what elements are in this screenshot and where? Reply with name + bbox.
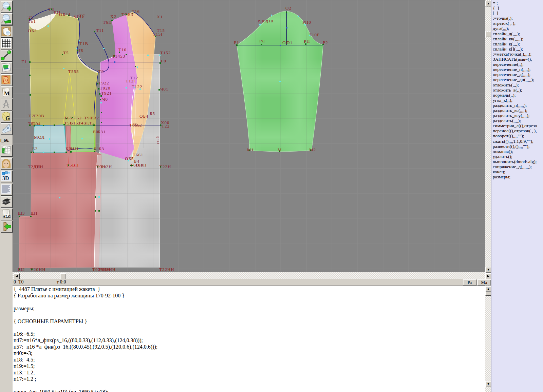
- svg-text:Х1: Х1: [157, 14, 163, 19]
- svg-text:Б5: Б5: [150, 111, 155, 116]
- svg-text:Г0: Г0: [161, 58, 166, 63]
- svg-text:Т22Н: Т22Н: [160, 164, 171, 169]
- svg-text:Т15Г: Т15Г: [153, 32, 164, 37]
- svg-text:сгиб: сгиб: [156, 136, 160, 144]
- svg-text:РЛ: РЛ: [259, 38, 265, 43]
- svg-text:Т922: Т922: [98, 80, 109, 85]
- svg-text:М2: М2: [309, 147, 316, 152]
- svg-text:3D: 3D: [2, 175, 9, 181]
- svg-text:Т5: Т5: [63, 50, 69, 55]
- svg-text:Т10Р: Т10Р: [309, 32, 320, 37]
- svg-text:Ш3: Ш3: [18, 211, 25, 216]
- svg-text:Б5Н: Б5Н: [70, 146, 78, 151]
- svg-text:Г1: Г1: [21, 59, 27, 64]
- svg-text:Т22НН: Т22НН: [159, 267, 174, 272]
- svg-text:Ш1: Ш1: [31, 211, 38, 216]
- svg-text:Т9: Т9: [98, 69, 104, 74]
- svg-text:Тд10: Тд10: [263, 18, 274, 23]
- svg-text:Тб1: Тб1: [28, 19, 36, 24]
- svg-text:Т7: Т7: [79, 13, 85, 18]
- svg-text:Т22: Т22: [162, 123, 170, 129]
- svg-text:ОБ44: ОБ44: [59, 12, 71, 17]
- svg-text:М1: М1: [247, 147, 254, 152]
- svg-text:Ч01: Ч01: [160, 86, 168, 92]
- svg-text:ТВ2: ТВ2: [90, 115, 99, 120]
- svg-text:О2: О2: [285, 5, 292, 11]
- svg-text:Т121: Т121: [126, 78, 136, 83]
- svg-text:Т6П: Т6П: [103, 20, 112, 25]
- svg-text:Т16: Т16: [132, 9, 140, 14]
- svg-text:ОБ2: ОБ2: [28, 28, 37, 33]
- svg-text:Б2: Б2: [32, 146, 38, 151]
- svg-text:Т5ВН: Т5ВН: [67, 162, 79, 168]
- svg-text:Т1453: Т1453: [112, 54, 125, 59]
- svg-text:7: 7: [2, 128, 4, 131]
- svg-text:Т04: Т04: [33, 121, 41, 126]
- svg-text:Т555: Т555: [68, 69, 79, 74]
- svg-text:МОЛ: МОЛ: [34, 135, 45, 140]
- svg-text:Т661: Т661: [133, 152, 143, 157]
- svg-text:Т8: Т8: [78, 47, 83, 53]
- svg-text:8: 8: [7, 126, 9, 130]
- svg-text:Ч0: Ч0: [102, 97, 108, 102]
- svg-text:Р2: Р2: [323, 40, 328, 45]
- svg-text:ОБ4: ОБ4: [139, 114, 148, 119]
- svg-text:M: M: [4, 90, 10, 97]
- svg-text:Т2Н: Т2Н: [34, 164, 43, 169]
- svg-text:Т92Н: Т92Н: [100, 164, 112, 169]
- svg-text:Т1В: Т1В: [79, 41, 88, 46]
- svg-text:Т20НН: Т20НН: [31, 267, 46, 272]
- svg-text:Т921: Т921: [101, 91, 112, 96]
- svg-text:Т10: Т10: [118, 47, 127, 52]
- svg-text:Т152: Т152: [160, 50, 171, 55]
- svg-text:Т928НН: Т928НН: [98, 267, 116, 272]
- svg-text:Б31: Б31: [98, 129, 106, 134]
- svg-text:Т122: Т122: [132, 84, 142, 89]
- svg-text:G: G: [5, 115, 10, 121]
- svg-text:Т920: Т920: [100, 85, 110, 91]
- svg-text:Т68Н: Т68Н: [135, 162, 147, 168]
- svg-text:Т655: Т655: [64, 115, 75, 120]
- svg-text:Т20В: Т20В: [33, 113, 44, 118]
- svg-text:ПЛ5: ПЛ5: [85, 120, 94, 125]
- svg-text:РП0: РП0: [302, 20, 311, 25]
- svg-text:Х2: Х2: [110, 14, 116, 19]
- svg-text:Т11: Т11: [96, 28, 104, 33]
- svg-text:б62: б62: [134, 122, 142, 128]
- svg-text:Т52: Т52: [74, 115, 82, 120]
- svg-text:Ш2: Ш2: [18, 267, 25, 272]
- svg-text:М: М: [278, 147, 282, 152]
- svg-text:Б3: Б3: [99, 146, 104, 151]
- svg-text:Т3: Т3: [49, 7, 54, 12]
- svg-text:Р1: Р1: [234, 40, 239, 45]
- svg-text:О1: О1: [286, 40, 293, 45]
- svg-text:ALG: ALG: [3, 214, 11, 218]
- svg-text:РП: РП: [304, 39, 310, 44]
